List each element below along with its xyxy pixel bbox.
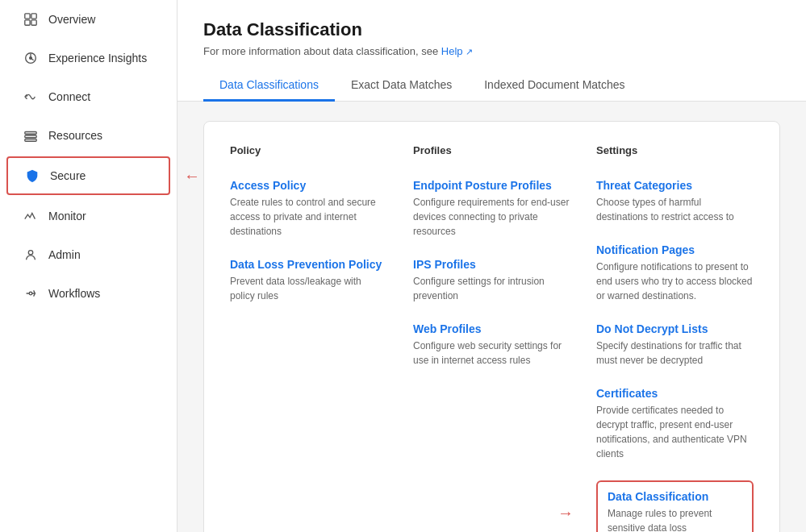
svg-rect-7 bbox=[25, 135, 36, 138]
svg-rect-3 bbox=[31, 20, 36, 25]
sidebar-item-connect[interactable]: Connect bbox=[6, 79, 170, 114]
sidebar-item-experience-insights[interactable]: Experience Insights bbox=[6, 40, 170, 76]
policy-item-desc-settings-3: Provide certificates needed to decrypt t… bbox=[596, 403, 754, 461]
policy-item-settings-2: Do Not Decrypt ListsSpecify destinations… bbox=[596, 322, 754, 368]
svg-rect-1 bbox=[31, 14, 36, 19]
policy-item-settings-4: →Data ClassificationManage rules to prev… bbox=[596, 480, 754, 532]
sidebar-label-experience-insights: Experience Insights bbox=[48, 52, 147, 64]
svg-rect-0 bbox=[25, 14, 30, 19]
policy-item-policy-0: Access PolicyCreate rules to control and… bbox=[230, 179, 387, 239]
policy-item-profiles-2: Web ProfilesConfigure web security setti… bbox=[413, 322, 570, 368]
column-policy: PolicyAccess PolicyCreate rules to contr… bbox=[230, 144, 387, 532]
content-area: PolicyAccess PolicyCreate rules to contr… bbox=[177, 102, 806, 532]
policy-item-policy-1: Data Loss Prevention PolicyPrevent data … bbox=[230, 258, 387, 303]
svg-point-5 bbox=[30, 57, 32, 60]
tab-indexed-document-matches[interactable]: Indexed Document Matches bbox=[468, 70, 641, 102]
tabs-container: Data ClassificationsExact Data MatchesIn… bbox=[203, 70, 780, 101]
policy-grid: PolicyAccess PolicyCreate rules to contr… bbox=[203, 121, 780, 532]
policy-item-desc-settings-0: Choose types of harmful destinations to … bbox=[596, 195, 754, 224]
sidebar-label-overview: Overview bbox=[48, 13, 95, 26]
sidebar-label-monitor: Monitor bbox=[48, 210, 86, 222]
policy-item-title-settings-4[interactable]: Data Classification bbox=[608, 490, 742, 503]
sidebar-item-secure[interactable]: Secure ← bbox=[6, 156, 170, 195]
sidebar-label-admin: Admin bbox=[48, 248, 81, 261]
policy-item-settings-0: Threat CategoriesChoose types of harmful… bbox=[596, 179, 754, 224]
shield-icon bbox=[24, 168, 40, 184]
policy-item-desc-profiles-1: Configure settings for intrusion prevent… bbox=[413, 274, 570, 303]
policy-item-settings-1: Notification PagesConfigure notification… bbox=[596, 243, 754, 303]
arrow-data-classification-icon: → bbox=[558, 504, 574, 522]
policy-item-profiles-0: Endpoint Posture ProfilesConfigure requi… bbox=[413, 179, 570, 239]
policy-item-title-policy-0[interactable]: Access Policy bbox=[230, 179, 387, 192]
page-title: Data Classification bbox=[203, 19, 780, 40]
policy-item-title-settings-0[interactable]: Threat Categories bbox=[596, 179, 754, 192]
sidebar-item-overview[interactable]: Overview bbox=[6, 2, 170, 37]
connect-icon bbox=[23, 89, 39, 105]
policy-item-desc-profiles-0: Configure requirements for end-user devi… bbox=[413, 195, 570, 239]
policy-item-title-profiles-2[interactable]: Web Profiles bbox=[413, 322, 570, 335]
policy-item-desc-settings-2: Specify destinations for traffic that mu… bbox=[596, 339, 754, 368]
svg-point-9 bbox=[28, 251, 32, 255]
policy-item-desc-settings-4: Manage rules to prevent sensitive data l… bbox=[608, 506, 742, 532]
policy-item-settings-3: CertificatesProvide certificates needed … bbox=[596, 387, 754, 461]
tab-exact-data-matches[interactable]: Exact Data Matches bbox=[335, 70, 468, 102]
policy-item-desc-settings-1: Configure notifications to present to en… bbox=[596, 260, 754, 303]
sidebar: Overview Experience Insights Connect Res… bbox=[0, 0, 177, 532]
policy-item-title-profiles-1[interactable]: IPS Profiles bbox=[413, 258, 570, 271]
arrow-secure-icon: ← bbox=[184, 167, 200, 185]
help-link[interactable]: Help ↗ bbox=[441, 45, 473, 57]
svg-rect-2 bbox=[25, 20, 30, 25]
sidebar-item-resources[interactable]: Resources bbox=[6, 118, 170, 153]
sidebar-label-resources: Resources bbox=[48, 129, 102, 142]
chart-icon bbox=[23, 50, 39, 66]
sidebar-label-workflows: Workflows bbox=[48, 287, 100, 300]
main-content: Data Classification For more information… bbox=[177, 0, 806, 532]
resources-icon bbox=[23, 127, 39, 143]
policy-item-title-settings-1[interactable]: Notification Pages bbox=[596, 243, 754, 256]
svg-rect-6 bbox=[25, 132, 36, 135]
sidebar-item-admin[interactable]: Admin bbox=[6, 237, 170, 272]
sidebar-label-connect: Connect bbox=[48, 90, 90, 103]
policy-item-title-policy-1[interactable]: Data Loss Prevention Policy bbox=[230, 258, 387, 271]
column-profiles: ProfilesEndpoint Posture ProfilesConfigu… bbox=[413, 144, 570, 532]
policy-item-desc-policy-0: Create rules to control and secure acces… bbox=[230, 195, 387, 239]
policy-item-title-profiles-0[interactable]: Endpoint Posture Profiles bbox=[413, 179, 570, 192]
sidebar-item-monitor[interactable]: Monitor bbox=[6, 198, 170, 234]
policy-item-profiles-1: IPS ProfilesConfigure settings for intru… bbox=[413, 258, 570, 303]
policy-item-title-settings-2[interactable]: Do Not Decrypt Lists bbox=[596, 322, 754, 335]
monitor-icon bbox=[23, 208, 39, 224]
svg-rect-8 bbox=[25, 139, 36, 142]
column-settings: SettingsThreat CategoriesChoose types of… bbox=[596, 144, 754, 532]
column-header-policy: Policy bbox=[230, 144, 387, 163]
help-text: For more information about data classifi… bbox=[203, 45, 780, 57]
column-header-settings: Settings bbox=[596, 144, 754, 163]
policy-item-desc-profiles-2: Configure web security settings for use … bbox=[413, 339, 570, 368]
svg-point-10 bbox=[29, 292, 32, 295]
column-header-profiles: Profiles bbox=[413, 144, 570, 163]
main-header: Data Classification For more information… bbox=[177, 0, 806, 102]
policy-item-desc-policy-1: Prevent data loss/leakage with policy ru… bbox=[230, 274, 387, 303]
policy-item-title-settings-3[interactable]: Certificates bbox=[596, 387, 754, 400]
tab-data-classifications[interactable]: Data Classifications bbox=[203, 70, 335, 102]
admin-icon bbox=[23, 247, 39, 263]
sidebar-label-secure: Secure bbox=[50, 169, 86, 182]
workflows-icon bbox=[23, 285, 39, 301]
sidebar-item-workflows[interactable]: Workflows bbox=[6, 276, 170, 311]
grid-icon bbox=[23, 11, 39, 27]
